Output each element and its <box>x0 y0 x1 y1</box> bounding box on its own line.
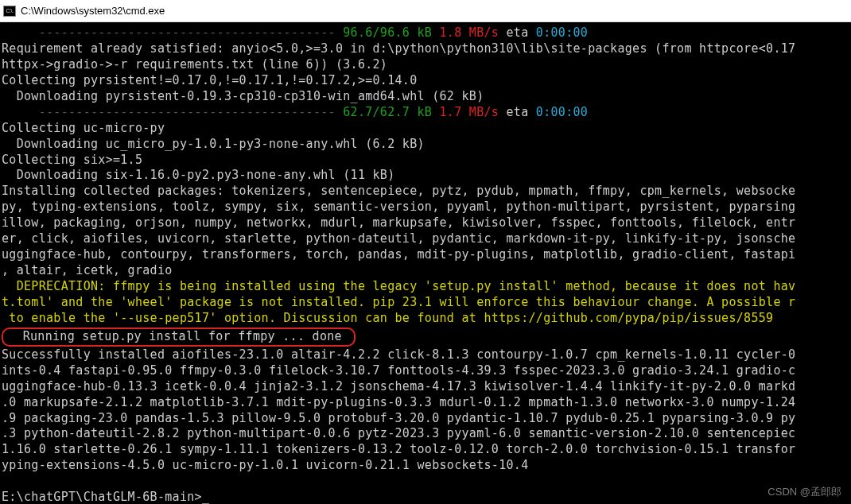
prompt-path: E:\chatGPT\ChatGLM-6B-main> <box>2 490 202 504</box>
collecting-pyrsistent-line: Collecting pyrsistent!=0.17.0,!=0.17.1,!… <box>2 73 418 87</box>
eta-value: 0:00:00 <box>536 25 588 40</box>
running-setup-line: Running setup.py install for ffmpy ... d… <box>8 329 349 343</box>
watermark: CSDN @孟郎郎 <box>767 485 841 499</box>
success-block: Successfully installed aiofiles-23.1.0 a… <box>2 347 795 473</box>
progress-bar-dashes: ---------------------------------------- <box>2 105 343 119</box>
cursor: _ <box>202 490 209 504</box>
window-title: C:\Windows\system32\cmd.exe <box>21 5 165 17</box>
progress-speed: 1.7 MB/s <box>432 105 499 119</box>
highlight-box: Running setup.py install for ffmpy ... d… <box>2 328 356 347</box>
installing-packages-block: Installing collected packages: tokenizer… <box>2 184 795 277</box>
progress-bar-dashes: ---------------------------------------- <box>2 25 343 40</box>
collecting-uc-line: Collecting uc-micro-py <box>2 121 165 135</box>
prompt-line[interactable]: E:\chatGPT\ChatGLM-6B-main>_ <box>2 490 209 504</box>
deprecation-warning: DEPRECATION: ffmpy is being installed us… <box>2 279 795 325</box>
requirement-satisfied-line: Requirement already satisfied: anyio<5.0… <box>2 41 795 72</box>
terminal-output[interactable]: ----------------------------------------… <box>0 22 851 504</box>
downloading-uc-line: Downloading uc_micro_py-1.0.1-py3-none-a… <box>2 137 425 151</box>
eta-label: eta <box>499 105 536 119</box>
eta-value: 0:00:00 <box>536 105 588 119</box>
cmd-icon: C:\. <box>3 6 16 17</box>
progress-bytes: 62.7/62.7 kB <box>343 105 432 119</box>
downloading-pyrsistent-line: Downloading pyrsistent-0.19.3-cp310-cp31… <box>2 89 484 103</box>
window-titlebar: C:\. C:\Windows\system32\cmd.exe <box>0 0 851 22</box>
eta-label: eta <box>499 25 536 40</box>
progress-speed: 1.8 MB/s <box>432 25 499 40</box>
downloading-six-line: Downloading six-1.16.0-py2.py3-none-any.… <box>2 168 395 182</box>
collecting-six-line: Collecting six>=1.5 <box>2 153 142 167</box>
progress-bytes: 96.6/96.6 kB <box>343 25 432 40</box>
